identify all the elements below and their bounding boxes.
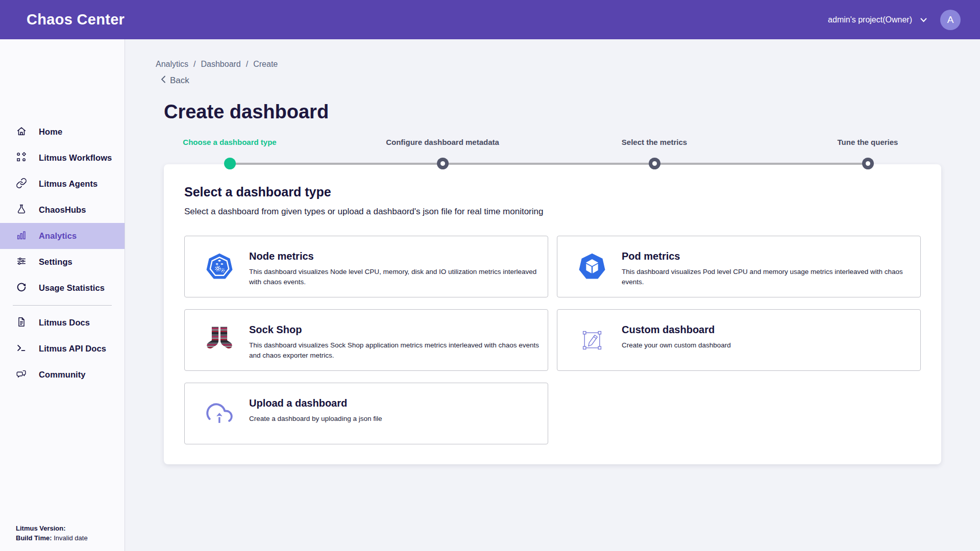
- sidebar-item-label: Litmus Docs: [39, 318, 90, 328]
- step-label-choose-type: Choose a dashboard type: [183, 138, 276, 146]
- step-dot-1: [224, 158, 236, 169]
- card-pod-metrics[interactable]: Pod metrics This dashboard visualizes Po…: [557, 236, 921, 297]
- card-upload-dashboard[interactable]: Upload a dashboard Create a dashboard by…: [184, 383, 548, 444]
- avatar[interactable]: A: [940, 10, 961, 30]
- sidebar-divider: [13, 305, 112, 306]
- dashboard-type-panel: Select a dashboard type Select a dashboa…: [164, 164, 941, 464]
- card-description: This dashboard visualizes Sock Shop appl…: [249, 340, 546, 360]
- breadcrumb-dashboard[interactable]: Dashboard: [201, 60, 240, 69]
- socks-icon: [202, 324, 237, 356]
- sidebar-item-chaoshubs[interactable]: ChaosHubs: [0, 197, 125, 223]
- sidebar-footer: Litmus Version: Build Time: Invalid date: [16, 523, 88, 543]
- sidebar-item-label: Home: [39, 127, 62, 137]
- workflows-icon: [16, 152, 27, 165]
- home-icon: [16, 126, 27, 139]
- app-header: Chaos Center admin's project(Owner) A: [0, 0, 980, 39]
- chat-bubbles-icon: [16, 368, 27, 382]
- card-title: Pod metrics: [622, 251, 680, 262]
- cloud-upload-icon: [202, 401, 237, 427]
- sidebar-nav: Home Litmus Workflows Litmus Agents Chao…: [0, 119, 125, 388]
- header-right: admin's project(Owner) A: [828, 10, 961, 30]
- breadcrumb-separator: /: [246, 60, 248, 69]
- sidebar-item-label: ChaosHubs: [39, 205, 86, 215]
- breadcrumb-create[interactable]: Create: [253, 60, 278, 69]
- kubernetes-pod-icon: [575, 252, 609, 282]
- kubernetes-node-icon: [202, 252, 237, 282]
- card-description: This dashboard visualizes Pod level CPU …: [622, 267, 919, 287]
- card-description: This dashboard visualizes Node level CPU…: [249, 267, 546, 287]
- card-title: Sock Shop: [249, 324, 302, 336]
- link-icon: [16, 178, 27, 191]
- step-dot-2: [437, 158, 449, 169]
- sidebar-item-label: Settings: [39, 257, 72, 267]
- card-node-metrics[interactable]: Node metrics This dashboard visualizes N…: [184, 236, 548, 297]
- sidebar: Home Litmus Workflows Litmus Agents Chao…: [0, 39, 125, 551]
- chevron-left-icon: [161, 76, 166, 86]
- sidebar-item-label: Analytics: [39, 231, 77, 241]
- panel-heading: Select a dashboard type: [184, 185, 331, 199]
- card-description: Create your own custom dashboard: [622, 340, 919, 350]
- sidebar-item-label: Usage Statistics: [39, 283, 105, 293]
- step-label-configure-metadata: Configure dashboard metadata: [386, 138, 499, 146]
- version-label: Litmus Version:: [16, 524, 66, 532]
- step-dot-3: [649, 158, 660, 169]
- panel-subheading: Select a dashboard from given types or u…: [184, 207, 543, 217]
- stepper-line: [230, 163, 868, 165]
- breadcrumb-separator: /: [193, 60, 195, 69]
- page-title: Create dashboard: [164, 101, 329, 123]
- app-title: Chaos Center: [27, 11, 125, 28]
- sidebar-item-community[interactable]: Community: [0, 362, 125, 388]
- card-title: Custom dashboard: [622, 324, 715, 336]
- sliders-icon: [16, 256, 27, 269]
- sidebar-item-label: Litmus Agents: [39, 179, 97, 189]
- project-label: admin's project(Owner): [828, 15, 912, 24]
- breadcrumb-analytics[interactable]: Analytics: [156, 60, 188, 69]
- project-selector[interactable]: admin's project(Owner): [828, 15, 927, 24]
- back-button[interactable]: Back: [161, 76, 189, 86]
- build-time-label: Build Time:: [16, 534, 52, 542]
- bar-chart-icon: [16, 230, 27, 243]
- terminal-icon: [16, 342, 27, 356]
- document-icon: [16, 316, 27, 330]
- sidebar-item-label: Litmus Workflows: [39, 153, 112, 163]
- flask-icon: [16, 204, 27, 217]
- sidebar-item-usage-statistics[interactable]: Usage Statistics: [0, 275, 125, 301]
- chevron-down-icon: [920, 15, 927, 24]
- sidebar-item-home[interactable]: Home: [0, 119, 125, 145]
- sidebar-item-litmus-workflows[interactable]: Litmus Workflows: [0, 145, 125, 171]
- step-label-select-metrics: Select the metrics: [622, 138, 687, 146]
- sidebar-item-litmus-agents[interactable]: Litmus Agents: [0, 171, 125, 197]
- sidebar-item-litmus-api-docs[interactable]: Litmus API Docs: [0, 336, 125, 362]
- refresh-circle-icon: [16, 282, 27, 295]
- card-title: Node metrics: [249, 251, 314, 262]
- card-custom-dashboard[interactable]: Custom dashboard Create your own custom …: [557, 309, 921, 371]
- sidebar-item-label: Litmus API Docs: [39, 344, 106, 354]
- build-time-value: Invalid date: [54, 534, 88, 542]
- card-description: Create a dashboard by uploading a json f…: [249, 414, 546, 424]
- edit-frame-icon: [575, 329, 609, 352]
- step-dot-4: [862, 158, 874, 169]
- step-label-tune-queries: Tune the queries: [838, 138, 898, 146]
- card-title: Upload a dashboard: [249, 397, 347, 409]
- breadcrumb: Analytics / Dashboard / Create: [156, 60, 278, 69]
- sidebar-item-settings[interactable]: Settings: [0, 249, 125, 275]
- card-sock-shop[interactable]: Sock Shop This dashboard visualizes Sock…: [184, 309, 548, 371]
- sidebar-item-analytics[interactable]: Analytics: [0, 223, 125, 249]
- back-label: Back: [170, 76, 189, 86]
- sidebar-item-litmus-docs[interactable]: Litmus Docs: [0, 310, 125, 336]
- sidebar-item-label: Community: [39, 370, 86, 380]
